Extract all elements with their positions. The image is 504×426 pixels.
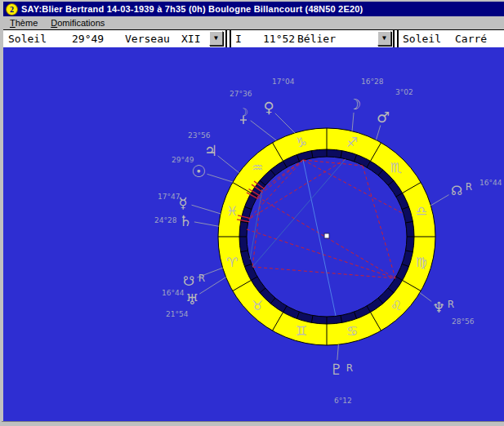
moon-glyph-icon[interactable]: ☽ [348,95,361,113]
sun-leader-line [207,174,234,182]
chart-canvas[interactable]: ♑♐♏♎♍♌♋♊♉♈♓♒☽27°36♀17°04☽16°28♂3°02♃23°5… [3,47,504,421]
neptune-retrograde-mark: R [448,299,454,310]
pluto-retrograde-mark: R [346,362,353,374]
pluto-glyph-icon[interactable]: ♇ [330,361,343,378]
zodiac-sign-pisces-icon: ♓ [226,203,238,219]
saturn-degree-label: 24°28 [154,216,177,224]
mars-degree-label: 3°02 [395,88,413,96]
selected-point-house: XII [181,33,200,45]
venus-leader-line [275,113,295,133]
menu-domifications[interactable]: Domifications [44,17,111,29]
sun-degree-label: 29°49 [172,156,194,164]
uranus-glyph-icon[interactable]: ♅ [185,291,198,308]
north-node-degree-label: 16°44 [479,179,502,187]
app-window: 2 SAY:Blier Bertrand 14-03-1939 à 7h35 (… [0,0,504,426]
mercury-degree-label: 17°47 [158,193,180,201]
jupiter-degree-label: 23°56 [188,131,211,140]
window-title: SAY:Blier Bertrand 14-03-1939 à 7h35 (0h… [21,4,363,14]
zodiac-sign-leo-icon: ♌ [390,298,402,313]
neptune-glyph-icon[interactable]: ♆ [432,299,445,316]
toolbar: Soleil 29°49 Verseau XII ▼ I 11°52 Bélie… [3,29,504,47]
jupiter-leader-line [218,156,239,173]
south-node-degree-label: 16°44 [162,289,185,297]
selected-house-number: I [235,33,242,45]
zodiac-sign-aries-icon: ♈ [226,255,238,270]
zodiac-sign-taurus-icon: ♉ [252,298,263,313]
lilith-leader-line [251,121,277,140]
app-icon[interactable]: 2 [6,3,18,16]
mars-glyph-icon[interactable]: ♂ [377,109,390,126]
venus-glyph-icon[interactable]: ♀ [263,99,274,116]
selected-point-name: Soleil [8,33,47,45]
jupiter-glyph-icon[interactable]: ♃ [204,142,217,159]
neptune-leader-line [420,293,431,302]
saturn-glyph-icon[interactable]: ♄ [179,212,192,229]
menu-theme[interactable]: Thème [3,17,44,29]
selected-house-sign: Bélier [297,33,336,45]
north-node-retrograde-mark: R [466,181,472,193]
aspect-readout-planet: Soleil [403,33,441,45]
menubar: Thème Domifications [3,16,504,29]
north-node-glyph-icon[interactable]: ☊ [451,183,462,198]
zodiac-sign-libra-icon: ♎ [416,203,427,219]
lilith-degree-label: 27°36 [230,90,252,98]
selected-point-degree: 29°49 [72,33,104,45]
natal-wheel: ♑♐♏♎♍♌♋♊♉♈♓♒☽27°36♀17°04☽16°28♂3°02♃23°5… [3,47,504,421]
selected-point-sign: Verseau [125,33,170,45]
pluto-leader-line [337,344,338,360]
moon-degree-label: 16°28 [361,78,384,86]
south-node-retrograde-mark: R [198,273,205,284]
window-bottom-border [2,421,504,426]
zodiac-sign-cancer-icon: ♋ [346,323,358,339]
toolbar-separator [225,30,231,47]
chart-center-marker [324,233,329,238]
zodiac-sign-sagittarius-icon: ♐ [346,135,358,150]
zodiac-sign-scorpio-icon: ♏ [390,160,402,175]
mars-leader-line [376,126,380,140]
venus-degree-label: 17°04 [272,78,295,86]
saturn-leader-line [194,222,219,226]
toolbar-separator [393,30,399,47]
aspect-readout-type: Carré [455,33,487,45]
pluto-degree-label: 6°12 [334,397,352,405]
point-combo-dropdown-button[interactable]: ▼ [209,31,223,46]
zodiac-sign-aquarius-icon: ♒ [252,160,263,175]
moon-leader-line [352,113,354,131]
sun-glyph-icon[interactable]: ☉ [191,162,206,181]
zodiac-sign-gemini-icon: ♊ [296,323,307,339]
house-combo-dropdown-button[interactable]: ▼ [377,31,391,46]
south-node-glyph-icon[interactable]: ☋ [183,273,194,289]
north-node-leader-line [430,195,448,206]
zodiac-sign-virgo-icon: ♍ [416,255,427,270]
uranus-degree-label: 21°54 [166,310,189,318]
mercury-leader-line [192,205,221,214]
selected-house-degree: 11°52 [263,33,295,45]
neptune-degree-label: 28°56 [452,317,475,326]
zodiac-sign-capricorn-icon: ♑ [296,135,307,150]
titlebar: 2 SAY:Blier Bertrand 14-03-1939 à 7h35 (… [3,2,504,16]
